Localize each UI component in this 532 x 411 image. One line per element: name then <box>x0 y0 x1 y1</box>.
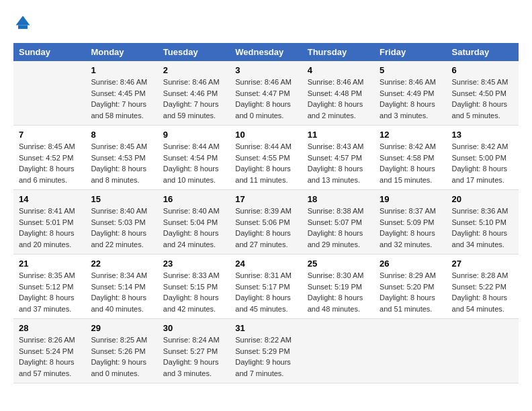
day-number: 15 <box>91 194 152 204</box>
day-number: 12 <box>380 130 441 140</box>
day-detail: Sunrise: 8:33 AMSunset: 5:15 PMDaylight:… <box>163 270 224 314</box>
day-number: 25 <box>308 259 369 269</box>
day-detail: Sunrise: 8:41 AMSunset: 5:01 PMDaylight:… <box>19 205 80 250</box>
calendar-table: SundayMondayTuesdayWednesdayThursdayFrid… <box>13 43 519 383</box>
logo <box>13 13 35 32</box>
day-number: 20 <box>452 194 513 204</box>
day-number: 9 <box>163 130 224 140</box>
day-cell: 16Sunrise: 8:40 AMSunset: 5:04 PMDayligh… <box>158 190 230 255</box>
day-cell: 30Sunrise: 8:24 AMSunset: 5:27 PMDayligh… <box>158 319 230 383</box>
day-number: 24 <box>235 259 296 269</box>
day-detail: Sunrise: 8:26 AMSunset: 5:24 PMDaylight:… <box>19 334 80 379</box>
week-row-2: 7Sunrise: 8:45 AMSunset: 4:52 PMDaylight… <box>13 126 519 190</box>
day-cell: 27Sunrise: 8:28 AMSunset: 5:22 PMDayligh… <box>447 255 519 319</box>
day-detail: Sunrise: 8:42 AMSunset: 4:58 PMDaylight:… <box>380 141 441 185</box>
day-number: 4 <box>308 65 369 75</box>
col-header-sunday: Sunday <box>13 43 85 61</box>
col-header-thursday: Thursday <box>302 43 374 61</box>
day-cell: 18Sunrise: 8:38 AMSunset: 5:07 PMDayligh… <box>302 190 374 255</box>
week-row-4: 21Sunrise: 8:35 AMSunset: 5:12 PMDayligh… <box>13 255 519 319</box>
day-detail: Sunrise: 8:46 AMSunset: 4:45 PMDaylight:… <box>91 77 152 121</box>
day-number: 30 <box>163 323 224 333</box>
day-cell: 9Sunrise: 8:44 AMSunset: 4:54 PMDaylight… <box>158 126 230 190</box>
day-detail: Sunrise: 8:37 AMSunset: 5:09 PMDaylight:… <box>380 205 441 250</box>
day-cell: 15Sunrise: 8:40 AMSunset: 5:03 PMDayligh… <box>85 190 157 255</box>
day-number: 29 <box>91 323 152 333</box>
logo-icon <box>13 13 32 32</box>
day-number: 1 <box>91 65 152 75</box>
day-detail: Sunrise: 8:45 AMSunset: 4:50 PMDaylight:… <box>452 77 513 121</box>
day-number: 27 <box>452 259 513 269</box>
day-cell: 28Sunrise: 8:26 AMSunset: 5:24 PMDayligh… <box>13 319 85 383</box>
day-cell: 20Sunrise: 8:36 AMSunset: 5:10 PMDayligh… <box>447 190 519 255</box>
day-number: 21 <box>19 259 80 269</box>
day-cell: 2Sunrise: 8:46 AMSunset: 4:46 PMDaylight… <box>158 61 230 126</box>
day-cell: 24Sunrise: 8:31 AMSunset: 5:17 PMDayligh… <box>230 255 302 319</box>
col-header-monday: Monday <box>85 43 157 61</box>
day-detail: Sunrise: 8:35 AMSunset: 5:12 PMDaylight:… <box>19 270 80 314</box>
day-cell <box>447 319 519 383</box>
day-number: 28 <box>19 323 80 333</box>
day-cell <box>302 319 374 383</box>
day-cell: 10Sunrise: 8:44 AMSunset: 4:55 PMDayligh… <box>230 126 302 190</box>
day-detail: Sunrise: 8:31 AMSunset: 5:17 PMDaylight:… <box>235 270 296 314</box>
day-detail: Sunrise: 8:38 AMSunset: 5:07 PMDaylight:… <box>308 205 369 250</box>
page-header <box>13 13 519 32</box>
day-number: 14 <box>19 194 80 204</box>
day-detail: Sunrise: 8:44 AMSunset: 4:55 PMDaylight:… <box>235 141 296 185</box>
day-detail: Sunrise: 8:40 AMSunset: 5:03 PMDaylight:… <box>91 205 152 250</box>
day-detail: Sunrise: 8:45 AMSunset: 4:52 PMDaylight:… <box>19 141 80 185</box>
day-number: 19 <box>380 194 441 204</box>
day-number: 3 <box>235 65 296 75</box>
day-number: 11 <box>308 130 369 140</box>
day-detail: Sunrise: 8:46 AMSunset: 4:47 PMDaylight:… <box>235 77 296 121</box>
header-row: SundayMondayTuesdayWednesdayThursdayFrid… <box>13 43 519 61</box>
day-number: 16 <box>163 194 224 204</box>
day-number: 5 <box>380 65 441 75</box>
day-detail: Sunrise: 8:30 AMSunset: 5:19 PMDaylight:… <box>308 270 369 314</box>
day-cell: 21Sunrise: 8:35 AMSunset: 5:12 PMDayligh… <box>13 255 85 319</box>
day-detail: Sunrise: 8:25 AMSunset: 5:26 PMDaylight:… <box>91 334 152 379</box>
day-detail: Sunrise: 8:46 AMSunset: 4:46 PMDaylight:… <box>163 77 224 121</box>
week-row-3: 14Sunrise: 8:41 AMSunset: 5:01 PMDayligh… <box>13 190 519 255</box>
day-cell: 26Sunrise: 8:29 AMSunset: 5:20 PMDayligh… <box>374 255 446 319</box>
day-cell: 3Sunrise: 8:46 AMSunset: 4:47 PMDaylight… <box>230 61 302 126</box>
day-number: 7 <box>19 130 80 140</box>
day-number: 8 <box>91 130 152 140</box>
day-number: 23 <box>163 259 224 269</box>
day-detail: Sunrise: 8:36 AMSunset: 5:10 PMDaylight:… <box>452 205 513 250</box>
week-row-5: 28Sunrise: 8:26 AMSunset: 5:24 PMDayligh… <box>13 319 519 383</box>
day-number: 22 <box>91 259 152 269</box>
day-cell: 14Sunrise: 8:41 AMSunset: 5:01 PMDayligh… <box>13 190 85 255</box>
day-detail: Sunrise: 8:40 AMSunset: 5:04 PMDaylight:… <box>163 205 224 250</box>
day-detail: Sunrise: 8:43 AMSunset: 4:57 PMDaylight:… <box>308 141 369 185</box>
day-cell: 19Sunrise: 8:37 AMSunset: 5:09 PMDayligh… <box>374 190 446 255</box>
day-cell: 6Sunrise: 8:45 AMSunset: 4:50 PMDaylight… <box>447 61 519 126</box>
day-number: 10 <box>235 130 296 140</box>
day-cell: 4Sunrise: 8:46 AMSunset: 4:48 PMDaylight… <box>302 61 374 126</box>
day-number: 26 <box>380 259 441 269</box>
day-number: 18 <box>308 194 369 204</box>
col-header-saturday: Saturday <box>447 43 519 61</box>
day-cell: 31Sunrise: 8:22 AMSunset: 5:29 PMDayligh… <box>230 319 302 383</box>
day-cell: 11Sunrise: 8:43 AMSunset: 4:57 PMDayligh… <box>302 126 374 190</box>
day-number: 17 <box>235 194 296 204</box>
day-detail: Sunrise: 8:39 AMSunset: 5:06 PMDaylight:… <box>235 205 296 250</box>
day-cell <box>13 61 85 126</box>
day-cell: 1Sunrise: 8:46 AMSunset: 4:45 PMDaylight… <box>85 61 157 126</box>
day-cell: 12Sunrise: 8:42 AMSunset: 4:58 PMDayligh… <box>374 126 446 190</box>
day-cell: 5Sunrise: 8:46 AMSunset: 4:49 PMDaylight… <box>374 61 446 126</box>
day-cell: 25Sunrise: 8:30 AMSunset: 5:19 PMDayligh… <box>302 255 374 319</box>
day-cell: 8Sunrise: 8:45 AMSunset: 4:53 PMDaylight… <box>85 126 157 190</box>
day-detail: Sunrise: 8:44 AMSunset: 4:54 PMDaylight:… <box>163 141 224 185</box>
day-cell: 17Sunrise: 8:39 AMSunset: 5:06 PMDayligh… <box>230 190 302 255</box>
day-cell <box>374 319 446 383</box>
day-detail: Sunrise: 8:22 AMSunset: 5:29 PMDaylight:… <box>235 334 296 379</box>
day-detail: Sunrise: 8:24 AMSunset: 5:27 PMDaylight:… <box>163 334 224 379</box>
day-detail: Sunrise: 8:34 AMSunset: 5:14 PMDaylight:… <box>91 270 152 314</box>
day-detail: Sunrise: 8:46 AMSunset: 4:49 PMDaylight:… <box>380 77 441 121</box>
col-header-wednesday: Wednesday <box>230 43 302 61</box>
day-detail: Sunrise: 8:45 AMSunset: 4:53 PMDaylight:… <box>91 141 152 185</box>
day-cell: 23Sunrise: 8:33 AMSunset: 5:15 PMDayligh… <box>158 255 230 319</box>
day-cell: 29Sunrise: 8:25 AMSunset: 5:26 PMDayligh… <box>85 319 157 383</box>
